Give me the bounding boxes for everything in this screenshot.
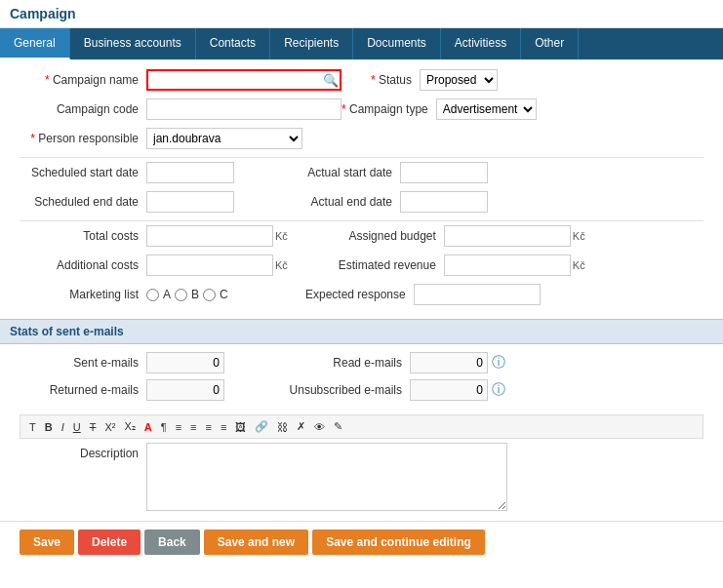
- toolbar-link[interactable]: 🔗: [252, 419, 271, 434]
- toolbar-subscript[interactable]: X₂: [121, 419, 138, 434]
- marketing-row: Marketing list A B C Expected response: [20, 284, 703, 305]
- stats-section: Sent e-mails Read e-mails ⓘ Returned e-m…: [0, 344, 723, 414]
- campaign-code-label: Campaign code: [20, 102, 146, 116]
- assigned-budget-label: Assigned budget: [307, 229, 444, 243]
- additional-costs-label: Additional costs: [20, 258, 146, 272]
- toolbar-image[interactable]: 🖼: [232, 420, 249, 434]
- additional-costs-input[interactable]: [146, 255, 273, 276]
- campaign-name-row: * Campaign name 🔍 * Status Proposed Acti…: [20, 69, 703, 91]
- help-icon-1[interactable]: ⓘ: [492, 354, 505, 372]
- campaign-name-wrap: 🔍: [146, 69, 341, 91]
- save-button[interactable]: Save: [20, 529, 74, 555]
- sent-emails-label: Sent e-mails: [20, 356, 146, 370]
- estimated-revenue-kc: Kč: [573, 259, 585, 271]
- toolbar-ul[interactable]: ≡: [187, 420, 199, 434]
- required-star: *: [45, 73, 53, 87]
- end-dates-row: Scheduled end date Actual end date: [20, 191, 703, 213]
- toolbar-source[interactable]: ✎: [331, 419, 345, 434]
- description-label: Description: [20, 443, 146, 460]
- general-form: * Campaign name 🔍 * Status Proposed Acti…: [0, 59, 723, 319]
- save-new-button[interactable]: Save and new: [204, 529, 308, 555]
- delete-button[interactable]: Delete: [78, 529, 141, 555]
- toolbar-bold[interactable]: B: [42, 420, 56, 434]
- radio-b-label: B: [191, 288, 199, 301]
- stats-section-header: Stats of sent e-mails: [0, 319, 723, 344]
- toolbar-outdent[interactable]: ≡: [218, 420, 229, 434]
- expected-response-label: Expected response: [258, 288, 414, 301]
- person-responsible-row: * Person responsible jan.doubrava: [20, 128, 703, 149]
- expected-response-input[interactable]: [414, 284, 541, 305]
- back-button[interactable]: Back: [144, 529, 200, 555]
- total-costs-row: Total costs Kč Assigned budget Kč: [20, 225, 703, 247]
- radio-a[interactable]: [146, 289, 159, 301]
- toolbar-unlink[interactable]: ⛓: [274, 420, 291, 434]
- estimated-revenue-label: Estimated revenue: [307, 258, 444, 272]
- editor-toolbar: T B I U T X² X₂ A ¶ ≡ ≡ ≡ ≡ 🖼 🔗 ⛓ ✗ 👁 ✎: [20, 414, 703, 439]
- toolbar-strikethrough[interactable]: T: [87, 420, 100, 434]
- toolbar-font-color[interactable]: A: [141, 420, 155, 434]
- read-emails-input[interactable]: [410, 352, 488, 373]
- tab-recipients[interactable]: Recipients: [270, 28, 353, 59]
- estimated-revenue-input[interactable]: [444, 255, 571, 276]
- tab-documents[interactable]: Documents: [353, 28, 441, 59]
- toolbar-superscript[interactable]: X²: [101, 420, 118, 434]
- marketing-list-radios: A B C: [146, 288, 228, 301]
- scheduled-end-input[interactable]: [146, 191, 234, 213]
- tab-business-accounts[interactable]: Business accounts: [70, 28, 196, 59]
- footer-bar: Save Delete Back Save and new Save and c…: [0, 521, 723, 563]
- toolbar-ol[interactable]: ≡: [173, 420, 184, 434]
- toolbar-indent[interactable]: ≡: [203, 420, 215, 434]
- person-responsible-select[interactable]: jan.doubrava: [146, 128, 302, 149]
- returned-emails-input[interactable]: [146, 379, 224, 401]
- assigned-budget-input[interactable]: [444, 225, 571, 247]
- unsubscribed-emails-label: Unsubscribed e-mails: [254, 383, 410, 397]
- actual-end-label: Actual end date: [263, 195, 400, 209]
- campaign-code-input[interactable]: [146, 98, 341, 120]
- assigned-budget-kc: Kč: [573, 230, 585, 242]
- radio-b[interactable]: [175, 289, 187, 301]
- additional-costs-kc: Kč: [275, 259, 288, 271]
- save-continue-button[interactable]: Save and continue editing: [312, 529, 485, 555]
- sent-emails-input[interactable]: [146, 352, 224, 373]
- read-emails-label: Read e-mails: [254, 356, 410, 370]
- toolbar-italic[interactable]: I: [59, 420, 67, 434]
- description-textarea[interactable]: [146, 443, 507, 511]
- help-icon-2[interactable]: ⓘ: [492, 381, 505, 399]
- marketing-list-label: Marketing list: [20, 288, 146, 301]
- total-costs-label: Total costs: [20, 229, 146, 243]
- scheduled-end-label: Scheduled end date: [20, 195, 146, 209]
- description-section: Description: [0, 439, 723, 521]
- scheduled-start-input[interactable]: [146, 162, 234, 183]
- tab-other[interactable]: Other: [521, 28, 579, 59]
- returned-emails-label: Returned e-mails: [20, 383, 146, 397]
- search-icon[interactable]: 🔍: [323, 73, 339, 88]
- tabs-bar: General Business accounts Contacts Recip…: [0, 28, 723, 59]
- page-title: Campaign: [0, 0, 723, 28]
- toolbar-remove-format[interactable]: ✗: [294, 419, 308, 434]
- tab-activities[interactable]: Activitiess: [441, 28, 521, 59]
- radio-c-label: C: [220, 288, 228, 301]
- dates-row: Scheduled start date Actual start date: [20, 162, 703, 183]
- unsubscribed-emails-input[interactable]: [410, 379, 488, 401]
- radio-c[interactable]: [203, 289, 216, 301]
- total-costs-kc: Kč: [275, 230, 288, 242]
- additional-costs-row: Additional costs Kč Estimated revenue Kč: [20, 255, 703, 276]
- total-costs-input[interactable]: [146, 225, 273, 247]
- toolbar-underline[interactable]: U: [70, 420, 84, 434]
- toolbar-paragraph[interactable]: ¶: [158, 420, 170, 434]
- actual-end-input[interactable]: [400, 191, 488, 213]
- toolbar-preview[interactable]: 👁: [311, 420, 328, 434]
- person-responsible-label: * Person responsible: [20, 132, 146, 145]
- campaign-name-input[interactable]: [146, 69, 341, 91]
- campaign-name-label: * Campaign name: [20, 73, 146, 87]
- tab-contacts[interactable]: Contacts: [196, 28, 270, 59]
- toolbar-t[interactable]: T: [26, 420, 39, 434]
- sent-emails-row: Sent e-mails Read e-mails ⓘ: [20, 352, 703, 373]
- actual-start-label: Actual start date: [263, 166, 400, 179]
- status-select[interactable]: Proposed Active Closed Cancelled: [420, 69, 498, 91]
- tab-general[interactable]: General: [0, 28, 70, 59]
- campaign-type-select[interactable]: Advertisement Email Event Other: [436, 98, 537, 120]
- returned-emails-row: Returned e-mails Unsubscribed e-mails ⓘ: [20, 379, 703, 401]
- radio-a-label: A: [163, 288, 171, 301]
- actual-start-input[interactable]: [400, 162, 488, 183]
